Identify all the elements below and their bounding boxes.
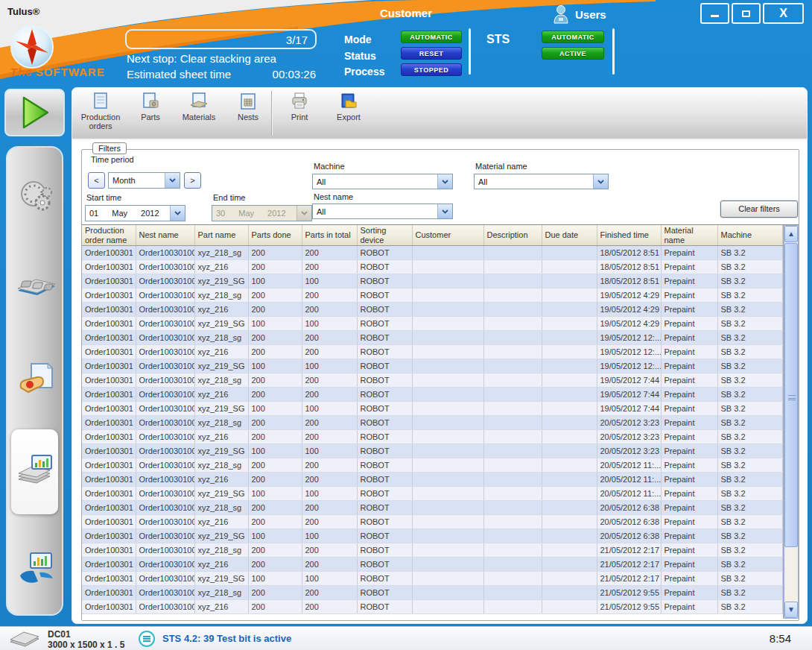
table-row[interactable]: Order100301Order100301001xyz_216200200RO…	[82, 260, 783, 274]
vertical-scrollbar[interactable]: ▲ ▼	[784, 225, 799, 619]
scroll-up-button[interactable]: ▲	[784, 226, 798, 242]
sidebar-item-statistics[interactable]	[7, 549, 65, 590]
toolbar-print-button[interactable]: Print	[275, 92, 324, 138]
table-cell: 200	[248, 303, 302, 317]
table-cell	[412, 274, 483, 288]
table-cell	[542, 515, 597, 529]
time-period-next-button[interactable]: >	[184, 172, 201, 189]
table-cell: ROBOT	[357, 600, 412, 614]
machine-select[interactable]: All	[312, 174, 453, 189]
table-cell	[483, 501, 542, 515]
table-row[interactable]: Order100301Order100301001xyz_219_SG10010…	[82, 529, 783, 543]
table-cell	[483, 515, 542, 529]
column-header[interactable]: Material name	[661, 225, 717, 246]
toolbar-production-orders-button[interactable]: Production orders	[76, 92, 125, 138]
clear-filters-button[interactable]: Clear filters	[720, 201, 798, 218]
chevron-down-icon[interactable]	[437, 204, 452, 218]
chevron-down-icon[interactable]	[170, 206, 185, 221]
table-row[interactable]: Order100301Order100301001xyz_216200200RO…	[82, 345, 783, 359]
table-row[interactable]: Order100301Order100301001xyz_219_SG10010…	[82, 572, 783, 586]
column-header[interactable]: Parts done	[248, 225, 302, 246]
table-row[interactable]: Order100301Order100301001xyz_218_sg20020…	[82, 246, 783, 260]
material-name-select[interactable]: All	[474, 174, 609, 189]
main-panel: Production orders Parts Materials	[72, 87, 808, 624]
column-header[interactable]: Nest name	[136, 225, 194, 246]
table-row[interactable]: Order100301Order100301001xyz_216200200RO…	[82, 303, 783, 317]
toolbar-nests-button[interactable]: Nests	[223, 92, 273, 138]
table-cell: Order100301	[82, 458, 136, 473]
column-header[interactable]: Part name	[194, 225, 248, 246]
table-cell: xyz_219_SG	[194, 529, 248, 543]
column-header[interactable]: Machine	[717, 225, 783, 246]
table-cell: xyz_218_sg	[194, 373, 248, 388]
time-period-select[interactable]: Month	[108, 172, 180, 189]
table-row[interactable]: Order100301Order100301001xyz_219_SG10010…	[82, 359, 783, 373]
column-header[interactable]: Sorting device	[357, 225, 412, 246]
table-row[interactable]: Order100301Order100301001xyz_216200200RO…	[82, 515, 783, 529]
sidebar-item-production-reports-selected[interactable]	[11, 429, 58, 514]
table-row[interactable]: Order100301Order100301001xyz_219_SG10010…	[82, 317, 783, 331]
sidebar-item-machine-settings[interactable]	[7, 177, 65, 213]
table-row[interactable]: Order100301Order100301001xyz_216200200RO…	[82, 388, 783, 402]
minimize-button[interactable]	[700, 3, 729, 24]
table-row[interactable]: Order100301Order100301001xyz_218_sg20020…	[82, 586, 783, 600]
sidebar-item-tooling[interactable]	[7, 273, 65, 300]
table-cell: Order100301001	[136, 402, 194, 416]
chevron-down-icon[interactable]	[165, 173, 180, 188]
time-period-prev-button[interactable]: <	[88, 172, 105, 189]
table-cell: Order100301001	[136, 515, 194, 529]
table-row[interactable]: Order100301Order100301001xyz_216200200RO…	[82, 430, 783, 444]
table-row[interactable]: Order100301Order100301001xyz_216200200RO…	[82, 600, 783, 614]
table-row[interactable]: Order100301Order100301001xyz_219_SG10010…	[82, 402, 783, 416]
table-row[interactable]: Order100301Order100301001xyz_216200200RO…	[82, 558, 783, 572]
table-row[interactable]: Order100301Order100301001xyz_218_sg20020…	[82, 331, 783, 345]
table-row[interactable]: Order100301Order100301001xyz_218_sg20020…	[82, 373, 783, 388]
sidebar-item-manual-sorting[interactable]	[7, 362, 65, 404]
table-cell: SB 3.2	[717, 416, 783, 430]
header-separator	[469, 28, 471, 75]
nest-name-select[interactable]: All	[312, 203, 453, 219]
column-header[interactable]: Parts in total	[302, 225, 357, 246]
close-button[interactable]: X	[763, 3, 804, 24]
column-header[interactable]: Customer	[412, 225, 483, 246]
scroll-down-button[interactable]: ▼	[784, 602, 798, 618]
table-cell: xyz_216	[194, 345, 248, 359]
table-row[interactable]: Order100301Order100301001xyz_218_sg20020…	[82, 543, 783, 558]
table-row[interactable]: Order100301Order100301001xyz_218_sg20020…	[82, 288, 783, 303]
column-header[interactable]: Production order name	[82, 225, 136, 246]
start-time-select[interactable]: 01 May 2012	[85, 205, 185, 221]
table-row[interactable]: Order100301Order100301001xyz_218_sg20020…	[82, 458, 783, 473]
column-header[interactable]: Due date	[542, 225, 597, 246]
toolbar-export-button[interactable]: Export	[324, 92, 373, 138]
table-row[interactable]: Order100301Order100301001xyz_219_SG10010…	[82, 274, 783, 288]
table-row[interactable]: Order100301Order100301001xyz_219_SG10010…	[82, 487, 783, 501]
table-cell	[542, 274, 597, 288]
table-row[interactable]: Order100301Order100301001xyz_219_SG10010…	[82, 444, 783, 458]
sts-message-icon[interactable]	[139, 631, 155, 647]
users-menu[interactable]: Users	[553, 4, 606, 25]
sts-message: STS 4.2: 39 Test bit is active	[162, 633, 291, 644]
column-header[interactable]: Finished time	[597, 225, 661, 246]
chevron-down-icon[interactable]	[437, 174, 452, 189]
chevron-down-icon[interactable]	[593, 174, 608, 189]
scrollbar-thumb[interactable]	[784, 243, 798, 547]
table-cell: Prepaint	[661, 529, 717, 543]
table-cell: 200	[302, 501, 357, 515]
maximize-button[interactable]	[732, 3, 761, 24]
table-cell: Prepaint	[661, 359, 717, 373]
users-menu-label: Users	[575, 8, 606, 21]
table-cell	[542, 359, 597, 373]
table-cell: xyz_216	[194, 558, 248, 572]
table-cell: ROBOT	[357, 501, 412, 515]
toolbar-parts-button[interactable]: Parts	[126, 92, 175, 138]
end-month: May	[238, 209, 254, 218]
table-cell	[483, 572, 542, 586]
table-row[interactable]: Order100301Order100301001xyz_218_sg20020…	[82, 416, 783, 430]
table-cell	[412, 246, 483, 260]
start-button[interactable]	[4, 89, 65, 136]
table-row[interactable]: Order100301Order100301001xyz_218_sg20020…	[82, 501, 783, 515]
table-cell: 200	[302, 246, 357, 260]
table-row[interactable]: Order100301Order100301001xyz_216200200RO…	[82, 473, 783, 487]
toolbar-materials-button[interactable]: Materials	[174, 92, 223, 138]
column-header[interactable]: Description	[483, 225, 542, 246]
